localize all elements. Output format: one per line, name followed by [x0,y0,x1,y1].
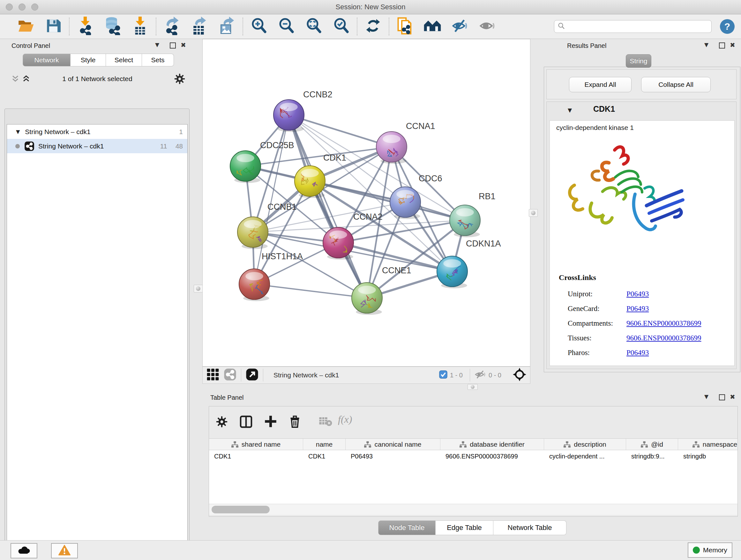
show-all-button[interactable] [474,16,501,37]
hide-selected-button[interactable] [446,16,474,37]
panel-menu-caret-icon[interactable]: ▼ [704,393,709,400]
column-header[interactable]: shared name [209,439,303,450]
graph-node-cdc6[interactable] [390,187,421,219]
cell-namespace[interactable]: stringdb [678,450,738,462]
graph-node-cdkn1a[interactable] [437,256,468,288]
cell-shared-name[interactable]: CDK1 [209,450,303,462]
zoom-selected-button[interactable] [327,16,355,37]
graph-node-ccna2[interactable] [323,227,354,260]
export-image-button[interactable] [213,16,241,37]
birds-eye-crosshair-icon[interactable] [513,368,526,382]
delete-column-trash-icon[interactable] [289,415,301,429]
function-builder-label[interactable]: f(x) [338,414,352,425]
delete-table-icon[interactable] [319,417,332,428]
panel-float-icon[interactable] [719,43,725,49]
graph-node-ccna1[interactable] [376,132,407,164]
first-neighbors-button[interactable] [419,16,446,37]
tab-style[interactable]: Style [71,54,106,66]
panel-float-icon[interactable] [719,394,725,400]
search-input[interactable] [565,23,708,30]
network-selection-status: 1 of 1 Network selected [38,75,156,83]
column-header[interactable]: name [303,439,346,450]
tab-node-table[interactable]: Node Table [378,520,435,535]
graph-node-hist1h1a[interactable] [239,269,270,301]
cell-canonical-name[interactable]: P06493 [346,450,441,462]
tree-expand-caret-icon[interactable]: ▼ [16,129,20,135]
column-header[interactable]: description [544,439,626,450]
add-column-icon[interactable] [264,415,277,429]
cell-id[interactable]: stringdb:9... [626,450,678,462]
help-button[interactable]: ? [720,19,735,34]
network-options-gear-icon[interactable] [174,73,185,85]
table-options-gear-icon[interactable] [216,416,227,429]
tab-string[interactable]: String [626,54,651,68]
collapse-all-networks-icon[interactable] [11,75,20,84]
cell-database-identifier[interactable]: 9606.ENSP00000378699 [441,450,544,462]
zoom-out-button[interactable] [273,16,300,37]
scrollbar-thumb[interactable] [212,506,270,513]
crosslink-value[interactable]: P06493 [626,290,649,298]
crosslink-row: GeneCard: P06493 [568,301,727,316]
panel-menu-caret-icon[interactable]: ▼ [704,42,709,48]
selected-checkbox-icon[interactable] [439,370,448,380]
panel-menu-caret-icon[interactable]: ▼ [155,42,159,48]
panel-close-icon[interactable]: ✖ [181,41,186,49]
tab-network-table[interactable]: Network Table [493,520,566,535]
grid-view-icon[interactable] [206,368,219,382]
network-graph[interactable]: CCNB2CCNA1CDC25BCDK1CDC6RB1CCNB1CCNA2CDK… [202,39,530,367]
export-network-button[interactable] [158,16,186,37]
tab-edge-table[interactable]: Edge Table [435,520,493,535]
import-table-button[interactable] [126,16,154,37]
export-table-button[interactable] [186,16,213,37]
crosslink-value[interactable]: 9606.ENSP00000378699 [626,334,701,342]
crosslink-value[interactable]: 9606.ENSP00000378699 [626,319,701,327]
tab-sets[interactable]: Sets [142,54,174,66]
graph-node-cdc25b[interactable] [230,151,261,183]
expand-all-networks-icon[interactable] [22,75,30,84]
show-columns-icon[interactable] [240,415,253,429]
zoom-in-button[interactable] [245,16,273,37]
column-header[interactable]: @id [626,439,678,450]
graph-edge [289,115,392,147]
cell-description[interactable]: cyclin-dependent ... [544,450,626,462]
zoom-fit-button[interactable] [300,16,327,37]
graph-node-ccnb1[interactable] [238,217,268,249]
crosslink-value[interactable]: P06493 [626,349,649,357]
open-session-button[interactable] [12,16,40,37]
graph-node-ccne1[interactable] [352,283,382,315]
crosslink-value[interactable]: P06493 [626,305,649,313]
column-header[interactable]: canonical name [346,439,441,450]
crosslink-row: Pharos: P06493 [568,346,727,360]
network-collection-row[interactable]: ▼ String Network – cdk1 1 [7,125,187,139]
tab-network[interactable]: Network [23,54,71,66]
network-tree: ▼ String Network – cdk1 1 String Network… [7,124,188,560]
left-splitter-handle[interactable] [194,285,203,293]
horizontal-splitter-handle[interactable] [468,384,478,390]
import-database-button[interactable] [99,16,126,37]
new-network-from-selection-button[interactable] [391,16,419,37]
save-session-button[interactable] [40,16,67,37]
panel-close-icon[interactable]: ✖ [730,393,735,401]
import-network-button[interactable] [71,16,99,37]
panel-close-icon[interactable]: ✖ [730,41,735,49]
string-share-icon[interactable] [224,368,237,382]
section-collapse-caret-icon[interactable]: ▼ [568,107,572,113]
column-header[interactable]: database identifier [441,439,544,450]
column-header[interactable]: namespace [678,439,738,450]
network-row[interactable]: String Network – cdk1 11 48 [7,139,187,153]
expand-all-button[interactable]: Expand All [569,77,631,92]
warnings-button[interactable] [51,543,78,558]
panel-float-icon[interactable] [170,43,176,49]
collapse-all-button[interactable]: Collapse All [641,77,711,92]
cloud-button[interactable] [10,543,37,558]
graph-node-rb1[interactable] [450,205,480,237]
cell-name[interactable]: CDK1 [303,450,346,462]
refresh-button[interactable] [359,16,387,37]
tab-select[interactable]: Select [106,54,142,66]
table-row[interactable]: CDK1 CDK1 P06493 9606.ENSP00000378699 cy… [209,450,738,462]
memory-button[interactable]: Memory [688,543,732,558]
hidden-eye-slash-icon[interactable] [475,369,486,381]
graph-node-cdk1[interactable] [294,166,325,198]
external-link-icon[interactable] [246,368,259,382]
table-horizontal-scrollbar[interactable] [209,504,738,515]
